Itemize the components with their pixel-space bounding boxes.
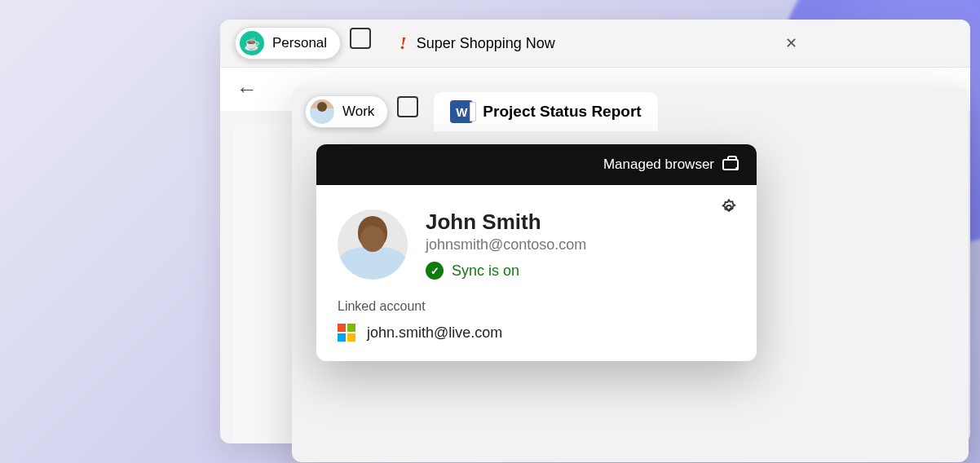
browser-tab[interactable]: ! Super Shopping Now ✕: [386, 24, 810, 62]
word-document-icon: W: [450, 100, 473, 123]
tab-title: Project Status Report: [483, 103, 641, 121]
popup-header: Managed browser: [316, 144, 757, 185]
linked-account-email: john.smith@live.com: [367, 324, 502, 342]
profile-switcher-work[interactable]: Work: [305, 95, 388, 128]
managed-browser-label: Managed browser: [603, 157, 714, 173]
checkmark-circle-icon: ✓: [426, 262, 444, 280]
user-email: johnsmith@contoso.com: [426, 236, 586, 254]
tab-actions-icon[interactable]: [400, 100, 422, 123]
alert-icon: !: [400, 33, 407, 54]
user-avatar: [338, 209, 408, 280]
linked-account-heading: Linked account: [338, 299, 735, 314]
tab-title: Super Shopping Now: [417, 35, 555, 52]
browser-window-work: Work W Project Status Report Managed bro…: [292, 87, 969, 462]
profile-flyout: Managed browser John Smith johnsmith@con…: [316, 144, 757, 361]
user-name: John Smith: [426, 209, 586, 235]
sync-status[interactable]: ✓ Sync is on: [426, 262, 586, 280]
briefcase-icon: [722, 159, 739, 170]
settings-gear-icon[interactable]: [719, 198, 739, 223]
avatar-icon: [310, 99, 334, 124]
tab-actions-icon[interactable]: [352, 32, 375, 55]
profile-switcher-personal[interactable]: ☕ Personal: [235, 27, 341, 60]
browser-tab[interactable]: W Project Status Report: [434, 92, 657, 131]
tabstrip: ☕ Personal ! Super Shopping Now ✕: [220, 20, 970, 67]
profile-label: Personal: [272, 35, 327, 51]
linked-account-row[interactable]: john.smith@live.com: [338, 324, 735, 342]
back-arrow-icon[interactable]: ←: [236, 77, 258, 102]
sync-status-label: Sync is on: [452, 262, 519, 280]
coffee-cup-icon: ☕: [240, 31, 264, 55]
close-tab-icon[interactable]: ✕: [785, 34, 797, 52]
profile-label: Work: [342, 104, 374, 120]
microsoft-logo-icon: [338, 324, 355, 342]
tabstrip: Work W Project Status Report: [292, 87, 969, 136]
